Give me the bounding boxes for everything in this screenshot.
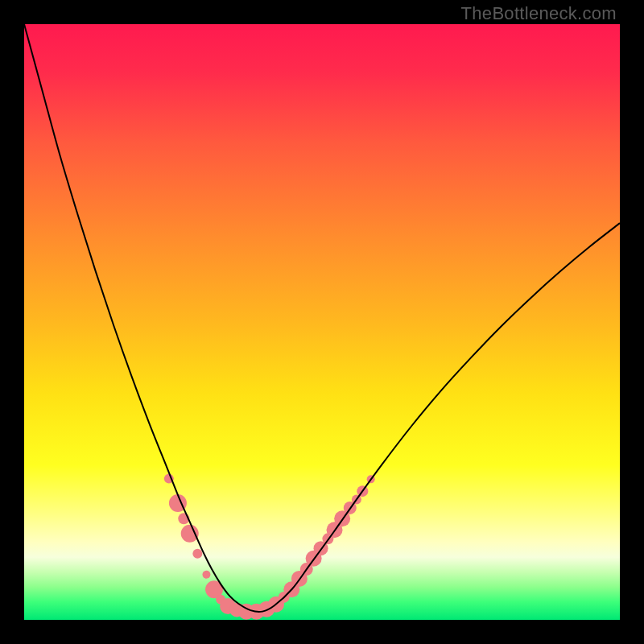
chart-svg (24, 24, 620, 620)
highlight-dot (192, 549, 202, 559)
plot-area (24, 24, 620, 620)
highlight-dot (202, 571, 210, 579)
chart-frame: TheBottleneck.com (0, 0, 644, 644)
bottleneck-curve (24, 24, 620, 612)
watermark-text: TheBottleneck.com (461, 3, 617, 24)
highlight-dots (164, 474, 375, 620)
highlight-dot (181, 525, 199, 543)
